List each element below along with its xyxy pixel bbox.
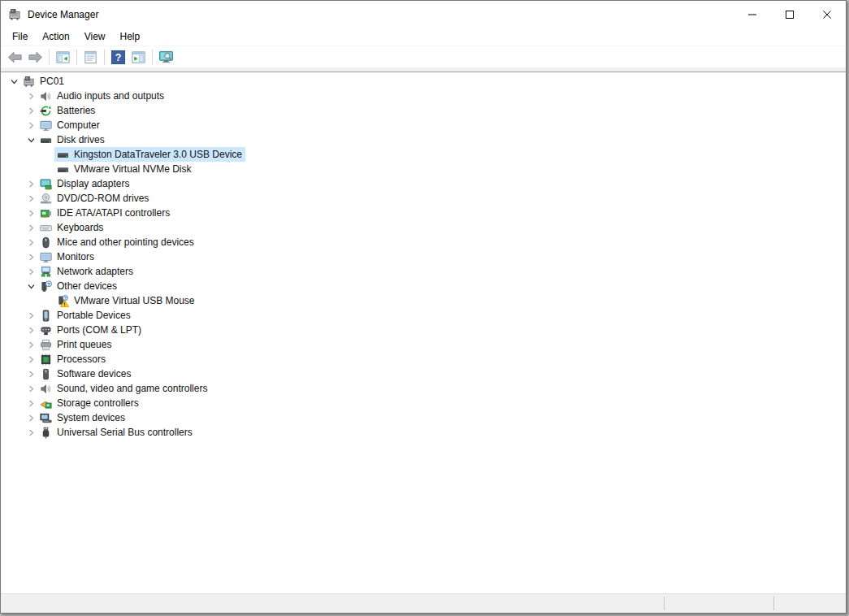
tree-item[interactable]: ?Other devices — [1, 279, 846, 293]
tree-item-hit-area[interactable]: Print queues — [37, 337, 115, 352]
tree-item[interactable]: PC01 — [1, 74, 846, 89]
expand-chevron-icon[interactable] — [24, 119, 37, 132]
tree-item[interactable]: VMware Virtual NVMe Disk — [1, 162, 846, 176]
expand-chevron-icon[interactable] — [24, 221, 37, 234]
tree-item[interactable]: Kingston DataTraveler 3.0 USB Device — [1, 147, 846, 162]
menu-item-help[interactable]: Help — [113, 28, 148, 45]
tree-item-hit-area[interactable]: Audio inputs and outputs — [37, 89, 167, 103]
tree-item-hit-area[interactable]: Portable Devices — [37, 308, 134, 323]
tree-item[interactable]: Storage controllers — [1, 396, 846, 410]
show-console-tree-button[interactable] — [53, 48, 73, 67]
expand-chevron-icon[interactable] — [24, 426, 37, 439]
keyboard-icon — [39, 221, 52, 234]
tree-item-label: Kingston DataTraveler 3.0 USB Device — [74, 149, 242, 160]
tree-item-hit-area[interactable]: Batteries — [37, 103, 98, 118]
expand-chevron-icon[interactable] — [24, 397, 37, 410]
tree-item[interactable]: Print queues — [1, 337, 846, 352]
expand-chevron-icon[interactable] — [24, 338, 37, 351]
expand-chevron-icon[interactable] — [24, 265, 37, 278]
expand-chevron-icon[interactable] — [24, 177, 37, 190]
disk-icon — [56, 148, 69, 161]
forward-button[interactable] — [25, 48, 45, 67]
tree-item[interactable]: Portable Devices — [1, 308, 846, 323]
tree-item-hit-area[interactable]: Disk drives — [37, 132, 108, 147]
tree-item[interactable]: Universal Serial Bus controllers — [1, 425, 846, 440]
tree-item[interactable]: Mice and other pointing devices — [1, 235, 846, 249]
expand-chevron-icon[interactable] — [24, 309, 37, 322]
tree-item[interactable]: Software devices — [1, 367, 846, 381]
tree-item-hit-area[interactable]: Network adapters — [37, 264, 136, 279]
menu-item-file[interactable]: File — [5, 28, 35, 45]
software-device-icon — [39, 367, 52, 380]
scan-hardware-changes-button[interactable] — [156, 48, 176, 67]
tree-item-hit-area[interactable]: DVD/CD-ROM drives — [37, 191, 152, 206]
tree-item[interactable]: Network adapters — [1, 264, 846, 279]
usb-icon — [39, 426, 52, 439]
tree-item-selected-area[interactable]: Kingston DataTraveler 3.0 USB Device — [54, 147, 245, 162]
tree-item[interactable]: Audio inputs and outputs — [1, 89, 846, 103]
tree-item-hit-area[interactable]: Display adapters — [37, 176, 132, 191]
tree-item-hit-area[interactable]: Mice and other pointing devices — [37, 235, 197, 249]
tree-item-hit-area[interactable]: PC01 — [20, 74, 67, 89]
expand-chevron-icon[interactable] — [24, 104, 37, 117]
tree-item[interactable]: DVD/CD-ROM drives — [1, 191, 846, 206]
tree-item[interactable]: Batteries — [1, 103, 846, 118]
tree-item-hit-area[interactable]: ?Other devices — [37, 279, 120, 293]
expand-chevron-icon[interactable] — [24, 206, 37, 219]
menu-item-view[interactable]: View — [77, 28, 113, 45]
tree-item-hit-area[interactable]: Monitors — [37, 249, 97, 264]
tree-item[interactable]: Keyboards — [1, 220, 846, 235]
expand-chevron-icon[interactable] — [24, 89, 37, 102]
tree-item-hit-area[interactable]: Universal Serial Bus controllers — [37, 425, 196, 440]
expand-chevron-icon[interactable] — [24, 382, 37, 395]
tree-item-hit-area[interactable]: IDE ATA/ATAPI controllers — [37, 206, 173, 220]
printer-icon — [39, 338, 52, 351]
tree-item[interactable]: Processors — [1, 352, 846, 367]
tree-item-hit-area[interactable]: Storage controllers — [37, 396, 142, 410]
tree-item-hit-area[interactable]: Processors — [37, 352, 109, 367]
expand-chevron-icon[interactable] — [24, 236, 37, 249]
expand-chevron-icon[interactable] — [24, 367, 37, 380]
expand-chevron-icon[interactable] — [24, 353, 37, 366]
collapse-chevron-icon[interactable] — [24, 280, 37, 293]
tree-item[interactable]: ?VMware Virtual USB Mouse — [1, 293, 846, 308]
tree-item-hit-area[interactable]: Keyboards — [37, 220, 106, 235]
properties-button[interactable] — [80, 48, 101, 67]
minimize-button[interactable] — [734, 1, 771, 28]
expand-chevron-icon[interactable] — [24, 192, 37, 205]
collapse-chevron-icon[interactable] — [24, 133, 37, 146]
tree-item[interactable]: System devices — [1, 410, 846, 425]
status-bar-segment — [1, 594, 664, 613]
tree-item[interactable]: Sound, video and game controllers — [1, 381, 846, 396]
processor-icon — [39, 353, 52, 366]
tree-item[interactable]: Disk drives — [1, 132, 846, 147]
tree-item-label: IDE ATA/ATAPI controllers — [57, 207, 170, 219]
tree-item[interactable]: Ports (COM & LPT) — [1, 323, 846, 337]
scan-hardware-icon — [158, 50, 174, 65]
back-button[interactable] — [5, 48, 25, 67]
tree-item[interactable]: IDE ATA/ATAPI controllers — [1, 206, 846, 220]
tree-item-hit-area[interactable]: System devices — [37, 410, 128, 425]
status-bar-segment — [665, 594, 773, 613]
tree-item[interactable]: Computer — [1, 118, 846, 132]
help-button[interactable]: ? — [108, 48, 128, 67]
tree-item-hit-area[interactable]: ?VMware Virtual USB Mouse — [54, 293, 198, 308]
maximize-button[interactable] — [771, 1, 808, 28]
tree-item[interactable]: Monitors — [1, 249, 846, 264]
menu-item-action[interactable]: Action — [35, 28, 76, 45]
expand-chevron-icon[interactable] — [24, 411, 37, 424]
close-button[interactable] — [808, 1, 846, 28]
title-bar[interactable]: Device Manager — [1, 1, 846, 28]
collapse-chevron-icon[interactable] — [7, 75, 20, 88]
tree-item-label: Processors — [57, 354, 106, 365]
tree-item-hit-area[interactable]: Ports (COM & LPT) — [37, 323, 145, 337]
tree-item[interactable]: Display adapters — [1, 176, 846, 191]
tree-item-hit-area[interactable]: Sound, video and game controllers — [37, 381, 210, 396]
expand-chevron-icon[interactable] — [24, 250, 37, 263]
show-action-pane-button[interactable] — [128, 48, 149, 67]
tree-item-hit-area[interactable]: Software devices — [37, 367, 134, 381]
expand-chevron-icon[interactable] — [24, 323, 37, 336]
tree-item-hit-area[interactable]: VMware Virtual NVMe Disk — [54, 162, 194, 176]
toolbar-divider — [49, 50, 50, 65]
tree-item-hit-area[interactable]: Computer — [37, 118, 103, 132]
